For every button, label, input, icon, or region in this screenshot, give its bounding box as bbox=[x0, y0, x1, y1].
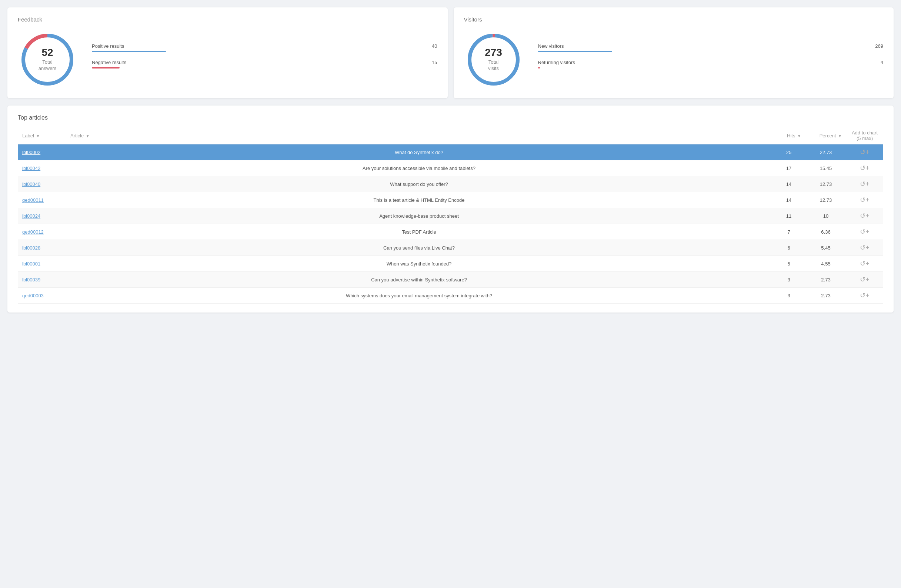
table-row[interactable]: lbl00002What do Synthetix do?2522.73↺+ bbox=[18, 144, 883, 160]
cell-label[interactable]: qed00003 bbox=[18, 288, 66, 304]
visitors-total-label: Totalvisits bbox=[485, 59, 502, 72]
label-link[interactable]: lbl00002 bbox=[22, 150, 41, 155]
label-link[interactable]: lbl00040 bbox=[22, 181, 41, 187]
cell-label[interactable]: lbl00028 bbox=[18, 240, 66, 256]
col-percent[interactable]: Percent ▼ bbox=[806, 127, 846, 144]
top-articles-table: Label ▼ Article ▼ Hits ▼ Percent ▼ Add t… bbox=[18, 127, 883, 304]
visitors-title: Visitors bbox=[464, 16, 884, 23]
cell-add-chart[interactable]: ↺+ bbox=[846, 144, 883, 160]
visitors-new-label: New visitors bbox=[538, 43, 564, 49]
cell-label[interactable]: lbl00001 bbox=[18, 256, 66, 272]
cell-hits: 14 bbox=[772, 192, 806, 208]
article-sort-icon: ▼ bbox=[86, 134, 90, 138]
label-link[interactable]: lbl00001 bbox=[22, 261, 41, 267]
feedback-total-number: 52 bbox=[39, 47, 56, 58]
cell-article: What support do you offer? bbox=[66, 176, 772, 192]
table-row[interactable]: qed00011This is a test article & HTML En… bbox=[18, 192, 883, 208]
label-link[interactable]: lbl00024 bbox=[22, 213, 41, 219]
cell-add-chart[interactable]: ↺+ bbox=[846, 192, 883, 208]
cell-percent: 5.45 bbox=[806, 240, 846, 256]
add-chart-button[interactable]: ↺+ bbox=[860, 164, 870, 172]
add-chart-button[interactable]: ↺+ bbox=[860, 244, 870, 251]
col-label[interactable]: Label ▼ bbox=[18, 127, 66, 144]
cell-label[interactable]: lbl00040 bbox=[18, 176, 66, 192]
col-add-chart: Add to chart(5 max) bbox=[846, 127, 883, 144]
percent-sort-icon: ▼ bbox=[838, 134, 842, 138]
cell-add-chart[interactable]: ↺+ bbox=[846, 224, 883, 240]
feedback-legend-positive: Positive results 40 bbox=[92, 43, 437, 52]
col-hits[interactable]: Hits ▼ bbox=[772, 127, 806, 144]
col-article[interactable]: Article ▼ bbox=[66, 127, 772, 144]
visitors-returning-value: 4 bbox=[881, 59, 883, 65]
table-row[interactable]: lbl00042Are your solutions accessible vi… bbox=[18, 160, 883, 176]
add-chart-button[interactable]: ↺+ bbox=[860, 180, 870, 188]
cell-hits: 6 bbox=[772, 240, 806, 256]
cell-add-chart[interactable]: ↺+ bbox=[846, 160, 883, 176]
cell-label[interactable]: qed00012 bbox=[18, 224, 66, 240]
cell-add-chart[interactable]: ↺+ bbox=[846, 272, 883, 288]
cell-add-chart[interactable]: ↺+ bbox=[846, 256, 883, 272]
hits-sort-icon: ▼ bbox=[797, 134, 801, 138]
table-row[interactable]: lbl00039Can you advertise within Synthet… bbox=[18, 272, 883, 288]
cell-label[interactable]: lbl00002 bbox=[18, 144, 66, 160]
add-chart-button[interactable]: ↺+ bbox=[860, 212, 870, 220]
feedback-positive-value: 40 bbox=[432, 43, 437, 49]
label-sort-icon: ▼ bbox=[36, 134, 40, 138]
label-link[interactable]: lbl00028 bbox=[22, 245, 41, 251]
cell-label[interactable]: lbl00024 bbox=[18, 208, 66, 224]
table-row[interactable]: qed00003Which systems does your email ma… bbox=[18, 288, 883, 304]
feedback-donut: 52 Totalanswers bbox=[18, 30, 77, 89]
visitors-legend-returning: Returning visitors 4 bbox=[538, 59, 884, 69]
table-row[interactable]: qed00012Test PDF Article76.36↺+ bbox=[18, 224, 883, 240]
cell-label[interactable]: lbl00039 bbox=[18, 272, 66, 288]
label-link[interactable]: qed00003 bbox=[22, 293, 44, 298]
cell-article: Agent knowledge-base product sheet bbox=[66, 208, 772, 224]
label-link[interactable]: qed00011 bbox=[22, 197, 44, 203]
visitors-total-number: 273 bbox=[485, 47, 502, 58]
add-chart-button[interactable]: ↺+ bbox=[860, 260, 870, 267]
cell-label[interactable]: qed00011 bbox=[18, 192, 66, 208]
add-chart-button[interactable]: ↺+ bbox=[860, 196, 870, 204]
cell-percent: 12.73 bbox=[806, 192, 846, 208]
feedback-content: 52 Totalanswers Positive results 40 Nega… bbox=[18, 30, 437, 89]
feedback-panel: Feedback 52 Totalanswers bbox=[8, 8, 448, 98]
label-link[interactable]: qed00012 bbox=[22, 229, 44, 235]
cell-add-chart[interactable]: ↺+ bbox=[846, 208, 883, 224]
cell-article: Test PDF Article bbox=[66, 224, 772, 240]
cell-add-chart[interactable]: ↺+ bbox=[846, 288, 883, 304]
table-row[interactable]: lbl00040What support do you offer?1412.7… bbox=[18, 176, 883, 192]
table-body: lbl00002What do Synthetix do?2522.73↺+lb… bbox=[18, 144, 883, 304]
cell-article: Which systems does your email management… bbox=[66, 288, 772, 304]
cell-percent: 2.73 bbox=[806, 288, 846, 304]
visitors-legend: New visitors 269 Returning visitors 4 bbox=[538, 43, 884, 76]
cell-percent: 12.73 bbox=[806, 176, 846, 192]
table-row[interactable]: lbl00028Can you send files via Live Chat… bbox=[18, 240, 883, 256]
cell-hits: 17 bbox=[772, 160, 806, 176]
table-row[interactable]: lbl00024Agent knowledge-base product she… bbox=[18, 208, 883, 224]
cell-article: Can you advertise within Synthetix softw… bbox=[66, 272, 772, 288]
add-chart-button[interactable]: ↺+ bbox=[860, 148, 870, 156]
label-link[interactable]: lbl00042 bbox=[22, 165, 41, 171]
cell-percent: 6.36 bbox=[806, 224, 846, 240]
add-chart-button[interactable]: ↺+ bbox=[860, 292, 870, 299]
table-row[interactable]: lbl00001When was Synthetix founded?54.55… bbox=[18, 256, 883, 272]
feedback-negative-bar bbox=[92, 67, 120, 69]
cell-hits: 3 bbox=[772, 272, 806, 288]
feedback-positive-bar bbox=[92, 51, 166, 52]
label-link[interactable]: lbl00039 bbox=[22, 277, 41, 282]
feedback-title: Feedback bbox=[18, 16, 437, 23]
cell-article: This is a test article & HTML Entity Enc… bbox=[66, 192, 772, 208]
cell-percent: 2.73 bbox=[806, 272, 846, 288]
cell-hits: 14 bbox=[772, 176, 806, 192]
add-chart-button[interactable]: ↺+ bbox=[860, 276, 870, 283]
visitors-legend-new: New visitors 269 bbox=[538, 43, 884, 52]
cell-add-chart[interactable]: ↺+ bbox=[846, 240, 883, 256]
cell-label[interactable]: lbl00042 bbox=[18, 160, 66, 176]
feedback-negative-value: 15 bbox=[432, 59, 437, 65]
feedback-legend: Positive results 40 Negative results 15 bbox=[92, 43, 437, 76]
add-chart-button[interactable]: ↺+ bbox=[860, 228, 870, 236]
cell-article: Can you send files via Live Chat? bbox=[66, 240, 772, 256]
feedback-total-label: Totalanswers bbox=[39, 59, 56, 72]
visitors-donut-center: 273 Totalvisits bbox=[485, 47, 502, 72]
cell-add-chart[interactable]: ↺+ bbox=[846, 176, 883, 192]
